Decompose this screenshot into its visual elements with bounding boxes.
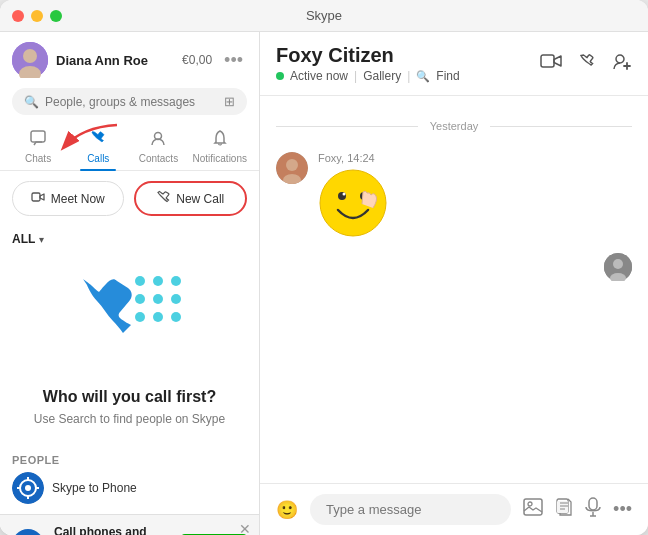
minimize-button[interactable] — [31, 10, 43, 22]
read-receipt — [276, 253, 632, 281]
user-info: Diana Ann Roe €0,00 — [56, 53, 212, 68]
banner-title: Call phones and send — [54, 525, 171, 535]
divider-line-right — [490, 126, 632, 127]
tab-notifications-label: Notifications — [193, 153, 247, 164]
people-label: PEOPLE — [12, 454, 247, 466]
window-controls — [12, 10, 62, 22]
svg-point-14 — [616, 55, 624, 63]
banner-icon — [12, 529, 44, 535]
titlebar: Skype — [0, 0, 648, 32]
divider-line-left — [276, 126, 418, 127]
chat-header-actions — [540, 52, 632, 75]
message-sender: Foxy, — [318, 152, 347, 164]
svg-rect-13 — [541, 55, 554, 67]
meet-now-icon — [31, 190, 45, 207]
tab-contacts-label: Contacts — [139, 153, 178, 164]
promo-subtitle: Use Search to find people on Skype — [34, 412, 225, 426]
tab-chats-label: Chats — [25, 153, 51, 164]
read-avatar — [604, 253, 632, 281]
svg-point-16 — [286, 159, 298, 171]
banner-text: Call phones and send SMS at affordable r… — [54, 525, 171, 535]
close-button[interactable] — [12, 10, 24, 22]
chat-input-bar: 🙂 — [260, 483, 648, 535]
meta-divider: | — [354, 69, 357, 83]
tab-chats[interactable]: Chats — [8, 123, 68, 170]
chat-name: Foxy Citizen — [276, 44, 528, 67]
notifications-icon — [211, 129, 229, 151]
emoji-button[interactable]: 🙂 — [276, 499, 298, 521]
audio-button[interactable] — [585, 497, 601, 522]
chat-body: Yesterday Foxy, — [260, 96, 648, 483]
calls-icon — [89, 129, 107, 151]
action-buttons: Meet Now New Call — [0, 171, 259, 226]
all-chevron-icon: ▾ — [39, 234, 44, 245]
find-link[interactable]: Find — [436, 69, 459, 83]
people-section: PEOPLE Skype to Phone — [0, 446, 259, 514]
message-row: Foxy, 14:24 — [276, 152, 632, 249]
contacts-icon — [149, 129, 167, 151]
new-call-button[interactable]: New Call — [134, 181, 248, 216]
svg-point-9 — [25, 485, 31, 491]
banner-close-button[interactable]: ✕ — [239, 521, 251, 535]
maximize-button[interactable] — [50, 10, 62, 22]
active-status: Active now — [290, 69, 348, 83]
more-options-button[interactable]: ••• — [220, 46, 247, 75]
tab-calls[interactable]: Calls — [68, 123, 128, 170]
message-avatar — [276, 152, 308, 184]
meet-now-button[interactable]: Meet Now — [12, 181, 124, 216]
svg-rect-27 — [524, 499, 542, 515]
right-panel: Foxy Citizen Active now | Gallery | 🔍 Fi… — [260, 32, 648, 535]
new-call-icon — [156, 190, 170, 207]
chat-header-info: Foxy Citizen Active now | Gallery | 🔍 Fi… — [276, 44, 528, 83]
calls-promo: Who will you call first? Use Search to f… — [0, 252, 259, 446]
promo-title: Who will you call first? — [43, 388, 216, 406]
date-divider: Yesterday — [276, 120, 632, 132]
new-call-label: New Call — [176, 192, 224, 206]
file-attachment-button[interactable] — [555, 498, 573, 521]
nav-tabs: Chats Calls — [0, 123, 259, 171]
chat-meta: Active now | Gallery | 🔍 Find — [276, 69, 528, 83]
all-label: ALL — [12, 232, 35, 246]
svg-rect-4 — [31, 131, 45, 142]
main-content: Diana Ann Roe €0,00 ••• 🔍 ⊞ — [0, 32, 648, 535]
svg-point-25 — [613, 259, 623, 269]
search-input[interactable] — [45, 95, 218, 109]
voice-call-icon[interactable] — [578, 52, 596, 75]
svg-point-22 — [343, 193, 346, 196]
message-content: Foxy, 14:24 — [318, 152, 388, 249]
user-avatar[interactable] — [12, 42, 48, 78]
svg-point-28 — [528, 502, 532, 506]
meet-now-label: Meet Now — [51, 192, 105, 206]
chats-icon — [29, 129, 47, 151]
tab-contacts[interactable]: Contacts — [128, 123, 188, 170]
message-time: 14:24 — [347, 152, 375, 164]
chat-header: Foxy Citizen Active now | Gallery | 🔍 Fi… — [260, 32, 648, 96]
promo-banner: Call phones and send SMS at affordable r… — [0, 514, 259, 535]
date-divider-text: Yesterday — [430, 120, 479, 132]
people-item[interactable]: Skype to Phone — [12, 466, 247, 510]
add-contact-icon[interactable] — [612, 52, 632, 75]
svg-point-2 — [23, 49, 37, 63]
user-header: Diana Ann Roe €0,00 ••• — [0, 32, 259, 88]
window-title: Skype — [306, 8, 342, 23]
grid-icon[interactable]: ⊞ — [224, 94, 235, 109]
status-indicator — [276, 72, 284, 80]
message-emoji — [318, 168, 388, 249]
tab-notifications[interactable]: Notifications — [189, 123, 251, 170]
people-item-avatar — [12, 472, 44, 504]
image-attachment-button[interactable] — [523, 498, 543, 521]
search-icon: 🔍 — [24, 95, 39, 109]
more-options-button[interactable]: ••• — [613, 499, 632, 520]
left-panel: Diana Ann Roe €0,00 ••• 🔍 ⊞ — [0, 32, 260, 535]
message-input[interactable] — [310, 494, 511, 525]
gallery-link[interactable]: Gallery — [363, 69, 401, 83]
video-call-icon[interactable] — [540, 53, 562, 74]
all-section[interactable]: ALL ▾ — [0, 226, 259, 252]
search-bar: 🔍 ⊞ — [12, 88, 247, 115]
app-window: Skype — [0, 0, 648, 535]
meta-divider2: | — [407, 69, 410, 83]
people-item-name: Skype to Phone — [52, 481, 137, 495]
phone-grid-graphic — [75, 272, 185, 372]
user-name: Diana Ann Roe — [56, 53, 174, 68]
tab-calls-label: Calls — [87, 153, 109, 164]
